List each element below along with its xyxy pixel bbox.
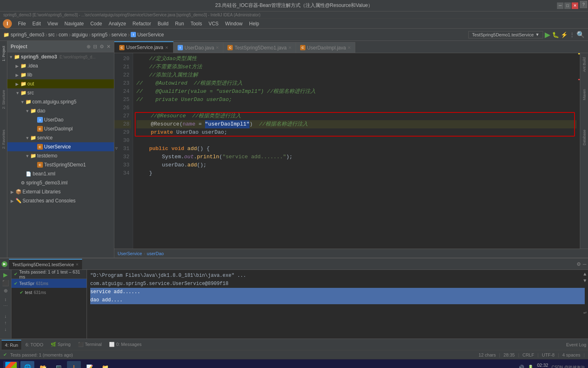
tab-close-userservice[interactable]: ✕ (165, 45, 168, 50)
tree-item-scratches[interactable]: ▶ ✏️ Scratches and Consoles (7, 196, 114, 205)
menu-run[interactable]: Run (172, 20, 187, 27)
coverage-button[interactable]: ⚡ (561, 31, 568, 38)
output-wrap-icon[interactable]: ↵ (584, 309, 586, 315)
menu-tools[interactable]: Tools (187, 20, 205, 27)
run-config-dropdown[interactable]: TestSpring5Demo1.testService ▼ (468, 31, 543, 38)
tree-item-out[interactable]: ▶ 📁 out (7, 79, 114, 88)
taskbar-icon-5[interactable]: 📁 (98, 361, 112, 368)
tab-userservice[interactable]: C UserService.java ✕ (114, 41, 174, 53)
menu-analyze[interactable]: Analyze (105, 20, 129, 27)
taskbar-tray-2[interactable]: 🔋 (528, 365, 534, 368)
taskbar-icon-3[interactable]: 💻 (51, 361, 65, 368)
close-button[interactable]: ✕ (572, 2, 578, 9)
menu-build[interactable]: Build (154, 20, 172, 27)
nav-atguigu[interactable]: atguigu (71, 32, 87, 38)
test-item-test[interactable]: ✔ test 631ms (11, 288, 87, 297)
nav-com[interactable]: com (58, 32, 68, 38)
menu-help[interactable]: Help (246, 20, 263, 27)
maven-btn[interactable]: Maven (582, 87, 586, 103)
tree-item-testspring[interactable]: C TestSpring5Demo1 (7, 160, 114, 169)
ant-build-btn[interactable]: Ant Build (582, 55, 586, 74)
debug-button[interactable]: 🐛 (552, 31, 559, 38)
run-minimize-icon[interactable]: ─ (583, 261, 586, 267)
nav-spring5[interactable]: spring5 (91, 32, 107, 38)
scope-icon[interactable]: ⊕ (87, 44, 91, 49)
database-btn[interactable]: Database (582, 127, 586, 148)
status-crlf[interactable]: CRLF (522, 352, 534, 357)
menu-navigate[interactable]: Navigate (61, 20, 87, 27)
menu-file[interactable]: File (15, 20, 29, 27)
tree-item-external[interactable]: ▶ 📦 External Libraries (7, 187, 114, 196)
hide-icon[interactable]: ✕ (107, 44, 111, 49)
breadcrumb-userdao[interactable]: userDao (147, 251, 164, 256)
tree-item-service[interactable]: ▼ 📁 service (7, 133, 114, 142)
help-button[interactable]: ? (580, 1, 587, 8)
bottom-tab-run[interactable]: 4: Run (2, 340, 21, 350)
more-btn[interactable]: ⋯ (3, 303, 8, 309)
menu-code[interactable]: Code (87, 20, 105, 27)
menu-edit[interactable]: Edit (29, 20, 44, 27)
tree-item-userdao[interactable]: I UserDao (7, 115, 114, 124)
minimize-button[interactable]: ─ (557, 2, 564, 9)
settings-icon[interactable]: ⚙ (100, 44, 104, 49)
collapse-all-icon[interactable]: ⊟ (93, 44, 97, 49)
structure-sidebar-btn[interactable]: 2: Structure (2, 88, 6, 111)
more-options[interactable]: ⋮ (569, 31, 575, 38)
tree-item-bean1xml[interactable]: 📄 bean1.xml (7, 169, 114, 178)
taskbar-icon-2[interactable]: 📂 (36, 361, 50, 368)
tree-item-testdemo[interactable]: ▼ 📁 testdemo (7, 151, 114, 160)
test-item-testspring[interactable]: ✔ TestSpr 631ms (11, 279, 87, 288)
tree-item-iml[interactable]: ⚙ spring5_demo3.iml (7, 178, 114, 187)
taskbar-tray-1[interactable]: 🔊 (518, 365, 524, 368)
tab-close-testspring[interactable]: ✕ (288, 45, 292, 50)
code-content[interactable]: //定义dao类型属性 //不需要添加set方法 //添加注入属性注解 // @… (133, 53, 580, 249)
sort-btn[interactable]: ↕ (4, 297, 7, 302)
tree-item-src[interactable]: ▼ 📁 src (7, 88, 114, 97)
status-position[interactable]: 28:35 (503, 352, 515, 357)
tab-userdaoimpl[interactable]: C UserDaoImpl.java ✕ (296, 42, 355, 53)
bottom-tab-messages[interactable]: ⬜ 0: Messages (106, 340, 145, 350)
tree-item-userservice[interactable]: C UserService (7, 142, 114, 151)
tree-item-package[interactable]: ▼ 📁 com.atguigu.spring5 (7, 97, 114, 106)
scroll-down[interactable]: ↓ (4, 327, 7, 332)
run-active-tab[interactable]: TestSpring5Demo1.testService ✕ (9, 259, 82, 269)
tree-item-userdaoimpl[interactable]: C UserDaoImpl (7, 124, 114, 133)
scroll-to-fail[interactable]: ↓ (4, 314, 7, 319)
tree-item-idea[interactable]: ▶ 📁 .idea (7, 61, 114, 70)
event-log-link[interactable]: Event Log (566, 342, 586, 347)
tab-close-userdaoimpl[interactable]: ✕ (347, 45, 351, 50)
tree-item-lib[interactable]: ▶ 📁 lib (7, 70, 114, 79)
nav-userservice[interactable]: I UserService (131, 32, 164, 38)
search-everywhere[interactable]: 🔍 (577, 31, 585, 38)
taskbar-icon-1[interactable]: 🌐 (20, 361, 34, 368)
bottom-tab-terminal[interactable]: ⬛ Terminal (75, 340, 105, 350)
nav-project[interactable]: 📁 spring5_demo3 (3, 32, 45, 38)
output-scroll-down[interactable]: ▼ (584, 278, 586, 284)
nav-src[interactable]: src (48, 32, 55, 38)
bottom-tab-spring[interactable]: 🌿 Spring (47, 340, 74, 350)
tree-item-dao[interactable]: ▼ 📁 dao (7, 106, 114, 115)
status-indent[interactable]: 4 spaces (562, 352, 580, 357)
start-button[interactable] (3, 361, 19, 368)
output-scroll-up[interactable]: ▲ (584, 272, 586, 277)
taskbar-icon-4[interactable]: 📝 (82, 361, 96, 368)
menu-window[interactable]: Window (222, 20, 246, 27)
run-output[interactable]: "D:\Program Files\Java\jdk1.8.0_181\bin\… (87, 270, 588, 339)
nav-service[interactable]: service (111, 32, 127, 38)
scroll-up[interactable]: ↑ (4, 320, 7, 325)
favorites-sidebar-btn[interactable]: 2: Favorites (2, 128, 6, 150)
taskbar-icon-idea[interactable]: I (67, 361, 81, 368)
stop-button[interactable]: ⬛ (2, 280, 9, 286)
bottom-tab-todo[interactable]: 6: TODO (22, 340, 47, 350)
menu-refactor[interactable]: Refactor (129, 20, 154, 27)
test-filter-btn[interactable]: ⊕ (4, 288, 8, 294)
tree-item-root[interactable]: ▼ 📁 spring5_demo3 E:\work\spring5_d... (7, 52, 114, 61)
status-encoding[interactable]: UTF-8 (542, 352, 555, 357)
tab-close-userdao[interactable]: ✕ (216, 45, 219, 50)
run-tab-close[interactable]: ✕ (76, 263, 79, 267)
menu-view[interactable]: View (44, 20, 61, 27)
breadcrumb-userservice[interactable]: UserService (118, 251, 142, 256)
menu-vcs[interactable]: VCS (205, 20, 222, 27)
run-button[interactable]: ▶ (545, 30, 550, 39)
maximize-button[interactable]: □ (564, 2, 571, 9)
